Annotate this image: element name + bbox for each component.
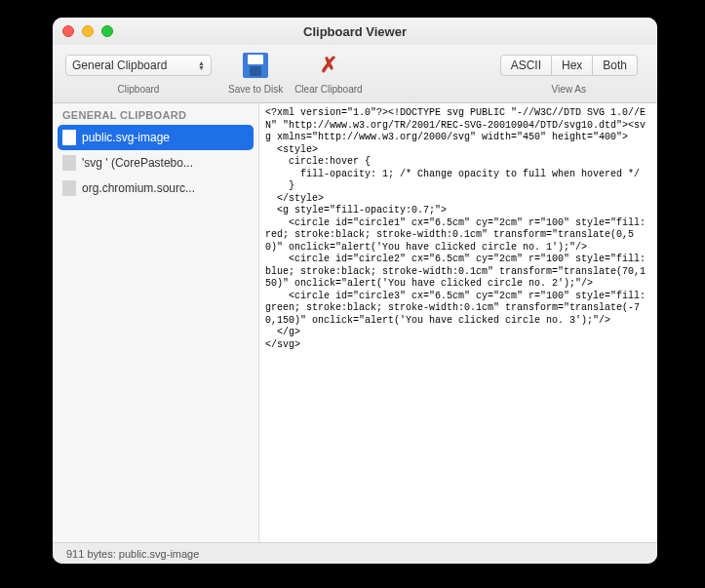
clear-clipboard-label: Clear Clipboard — [294, 84, 362, 95]
clipboard-selector-value: General Clipboard — [72, 59, 167, 72]
close-window-button[interactable] — [62, 25, 74, 37]
zoom-window-button[interactable] — [101, 25, 113, 37]
view-as-label: View As — [552, 84, 586, 95]
content-text-view[interactable]: <?xml version="1.0"?><!DOCTYPE svg PUBLI… — [259, 103, 657, 542]
sidebar-item-label: 'svg ' (CorePastebo... — [82, 156, 193, 170]
titlebar: Clipboard Viewer — [53, 18, 657, 45]
save-to-disk-group: Save to Disk — [228, 49, 283, 95]
chevron-updown-icon: ▲▼ — [198, 60, 205, 70]
view-as-group: ASCII Hex Both View As — [500, 49, 638, 95]
statusbar: 911 bytes: public.svg-image — [53, 542, 657, 564]
status-text: 911 bytes: public.svg-image — [66, 548, 199, 560]
sidebar: GENERAL CLIPBOARD public.svg-image 'svg … — [53, 103, 259, 542]
body-split: GENERAL CLIPBOARD public.svg-image 'svg … — [53, 103, 657, 542]
window-title: Clipboard Viewer — [53, 24, 657, 39]
clear-clipboard-group: ✗ Clear Clipboard — [294, 49, 362, 95]
minimize-window-button[interactable] — [82, 25, 94, 37]
view-mode-ascii[interactable]: ASCII — [501, 56, 552, 75]
view-mode-both[interactable]: Both — [593, 56, 637, 75]
sidebar-item-label: public.svg-image — [82, 131, 170, 144]
sidebar-item-org-chromium-source[interactable]: org.chromium.sourc... — [53, 176, 258, 201]
sidebar-header: GENERAL CLIPBOARD — [53, 103, 258, 125]
sidebar-item-public-svg-image[interactable]: public.svg-image — [58, 125, 254, 150]
floppy-disk-icon[interactable] — [243, 53, 268, 78]
sidebar-item-svg-corepasteboard[interactable]: 'svg ' (CorePastebo... — [53, 150, 258, 176]
clipboard-selector-group: General Clipboard ▲▼ Clipboard — [60, 49, 216, 95]
file-icon — [62, 180, 76, 196]
view-mode-hex[interactable]: Hex — [552, 56, 593, 75]
sidebar-item-label: org.chromium.sourc... — [82, 181, 195, 195]
file-icon — [62, 130, 76, 145]
save-to-disk-label: Save to Disk — [228, 84, 283, 95]
toolbar: General Clipboard ▲▼ Clipboard Save to D… — [53, 45, 657, 103]
clipboard-selector-label: Clipboard — [118, 84, 160, 95]
file-icon — [62, 155, 76, 171]
view-mode-segmented-control[interactable]: ASCII Hex Both — [500, 55, 638, 76]
window-controls — [62, 25, 113, 37]
app-window: Clipboard Viewer General Clipboard ▲▼ Cl… — [53, 18, 657, 564]
clipboard-selector-dropdown[interactable]: General Clipboard ▲▼ — [65, 55, 212, 76]
clear-x-icon[interactable]: ✗ — [320, 53, 337, 78]
